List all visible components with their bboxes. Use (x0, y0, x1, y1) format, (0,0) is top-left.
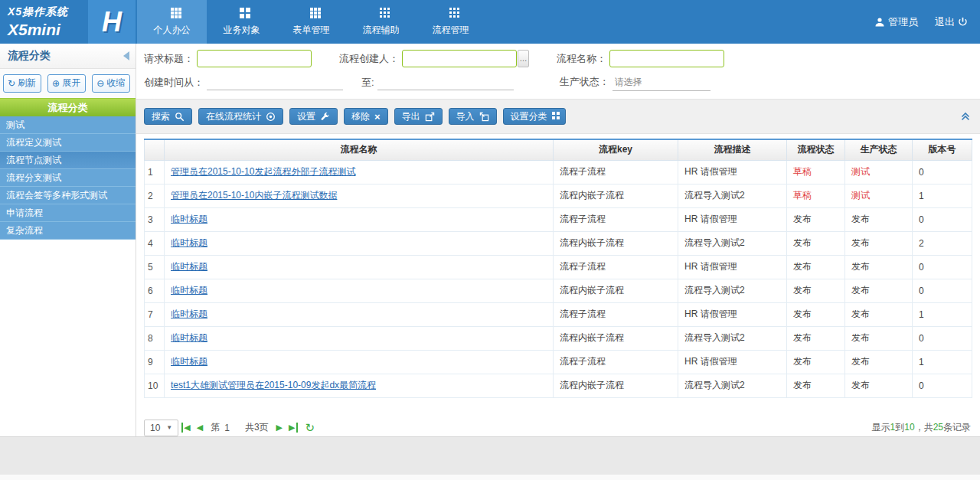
import-button[interactable]: 导入 (449, 108, 497, 125)
current-page-input[interactable]: 1 (224, 423, 230, 433)
panel-collapse-arrow-icon[interactable] (123, 51, 129, 60)
pagination-bar: 10 ▼ ◀ ◀ 第 1 共3页 ▶ ▶ ↻ 显示1到10，共25条记录 (136, 420, 980, 436)
row-key-cell: 流程子流程 (554, 302, 678, 326)
last-page-button[interactable]: ▶ (289, 423, 297, 433)
row-status-cell: 发布 (787, 279, 845, 302)
records-summary: 显示1到10，共25条记录 (872, 421, 971, 434)
request-title-group: 请求标题： (144, 50, 312, 67)
tree-item-process-node-test[interactable]: 流程节点测试 (0, 152, 136, 169)
nav-tab-label: 个人办公 (154, 24, 191, 37)
col-process-desc: 流程描述 (678, 139, 787, 160)
row-prod-cell: 发布 (845, 279, 913, 302)
tree-item-process-definition-test[interactable]: 流程定义测试 (0, 134, 136, 152)
row-key-cell: 流程子流程 (554, 350, 678, 374)
logout-button[interactable]: 退出 (935, 15, 968, 29)
table-row: 5 临时标题 流程子流程 HR 请假管理 发布 发布 0 (145, 255, 972, 279)
set-category-button[interactable]: 设置分类 (503, 108, 566, 125)
summary-total: 25 (933, 422, 943, 433)
nav-tab-personal-office[interactable]: 个人办公 (137, 0, 207, 44)
tree-item-test[interactable]: 测试 (0, 116, 136, 134)
sidebar-panel-title: 流程分类 (0, 44, 136, 69)
tree-item-process-branch-test[interactable]: 流程分支测试 (0, 169, 136, 187)
row-name-cell: 临时标题 (165, 207, 554, 231)
refresh-button[interactable]: ↻ 刷新 (3, 74, 41, 93)
refresh-label: 刷新 (18, 77, 36, 90)
category-tree: 测试 流程定义测试 流程节点测试 流程分支测试 流程会签等多种形式测试 申请流程… (0, 116, 136, 240)
first-page-button[interactable]: ◀ (181, 423, 190, 433)
creator-picker-button[interactable]: … (518, 50, 529, 67)
collapse-panel-chevron-icon[interactable] (960, 111, 971, 122)
category-grid-icon (552, 112, 555, 115)
nav-tab-form-management[interactable]: 表单管理 (276, 0, 346, 44)
footer-strip (0, 475, 980, 480)
nav-tab-label: 流程管理 (433, 24, 469, 37)
prod-status-label: 生产状态： (560, 75, 609, 89)
process-name-link[interactable]: 临时标题 (171, 309, 207, 319)
remove-button[interactable]: 移除 × (344, 108, 388, 125)
row-prod-cell: 发布 (845, 374, 913, 397)
sidebar: 流程分类 ↻ 刷新 ⊕ 展开 ⊖ 收缩 流程分类 测试 (0, 44, 136, 436)
tree-item-application-process[interactable]: 申请流程 (0, 204, 136, 222)
nav-tab-business-objects[interactable]: 业务对象 (207, 0, 276, 44)
process-name-link[interactable]: test1大雄测试管理员在2015-10-09发起dx最简流程 (171, 380, 376, 390)
row-desc-cell: 流程导入测试2 (678, 279, 787, 302)
creator-input[interactable] (402, 50, 517, 67)
tiles-icon (310, 8, 313, 20)
app-subtitle: X5mini (8, 21, 88, 39)
prev-page-button[interactable]: ◀ (197, 423, 203, 433)
process-name-link[interactable]: 临时标题 (171, 356, 207, 367)
row-prod-cell: 发布 (845, 255, 913, 279)
process-name-link[interactable]: 临时标题 (171, 285, 207, 296)
process-name-input[interactable] (609, 50, 724, 67)
expand-button[interactable]: ⊕ 展开 (47, 74, 86, 93)
next-page-button[interactable]: ▶ (276, 423, 283, 433)
online-stats-button[interactable]: 在线流程统计 (198, 108, 283, 125)
col-process-status: 流程状态 (787, 139, 845, 160)
process-name-link[interactable]: 临时标题 (171, 237, 207, 248)
nav-tab-process-assist[interactable]: 流程辅助 (346, 0, 416, 44)
collapse-button[interactable]: ⊖ 收缩 (92, 74, 130, 93)
request-title-input[interactable] (197, 50, 312, 67)
row-desc-cell: 流程导入测试2 (678, 184, 787, 207)
row-version-cell: 2 (913, 231, 972, 255)
process-name-link[interactable]: 临时标题 (171, 214, 207, 224)
row-prod-cell: 发布 (845, 350, 913, 374)
row-prod-cell: 发布 (845, 207, 913, 231)
created-from-input[interactable] (207, 75, 343, 90)
row-desc-cell: HR 请假管理 (678, 302, 787, 326)
row-version-cell: 0 (913, 374, 972, 397)
process-name-link[interactable]: 管理员在2015-10-10发起流程外部子流程测试 (171, 166, 355, 177)
row-desc-cell: HR 请假管理 (678, 255, 787, 279)
row-name-cell: 临时标题 (165, 279, 554, 302)
tree-item-process-countersign-test[interactable]: 流程会签等多种形式测试 (0, 187, 136, 204)
nav-tab-process-management[interactable]: 流程管理 (416, 0, 485, 44)
summary-suffix: 条记录 (943, 422, 971, 433)
export-button[interactable]: 导出 (394, 108, 443, 125)
search-button[interactable]: 搜索 (144, 108, 192, 125)
page-size-select[interactable]: 10 ▼ (144, 420, 178, 436)
col-version: 版本号 (913, 139, 972, 160)
row-index: 7 (145, 302, 165, 326)
tiles-icon (171, 8, 174, 20)
row-version-cell: 1 (913, 184, 972, 207)
process-name-link[interactable]: 管理员在2015-10-10内嵌子流程测试数据 (171, 190, 337, 201)
process-name-link[interactable]: 临时标题 (171, 261, 207, 272)
row-version-cell: 0 (913, 160, 972, 184)
row-key-cell: 流程子流程 (554, 207, 678, 231)
prod-status-select[interactable]: 请选择 (612, 74, 710, 91)
row-index: 3 (145, 207, 165, 231)
row-index: 6 (145, 279, 165, 302)
process-name-label: 流程名称： (557, 52, 606, 66)
nav-tab-label: 表单管理 (293, 24, 330, 37)
row-key-cell: 流程内嵌子流程 (554, 326, 678, 350)
created-to-input[interactable] (377, 75, 514, 90)
process-name-link[interactable]: 临时标题 (171, 332, 207, 343)
online-stats-label: 在线流程统计 (206, 110, 261, 123)
row-version-cell: 1 (913, 350, 972, 374)
tree-item-complex-process[interactable]: 复杂流程 (0, 222, 136, 240)
row-index: 5 (145, 255, 165, 279)
row-name-cell: 临时标题 (165, 302, 554, 326)
current-user[interactable]: 管理员 (874, 15, 918, 29)
reload-grid-icon[interactable]: ↻ (305, 421, 315, 435)
settings-button[interactable]: 设置 (289, 108, 338, 125)
